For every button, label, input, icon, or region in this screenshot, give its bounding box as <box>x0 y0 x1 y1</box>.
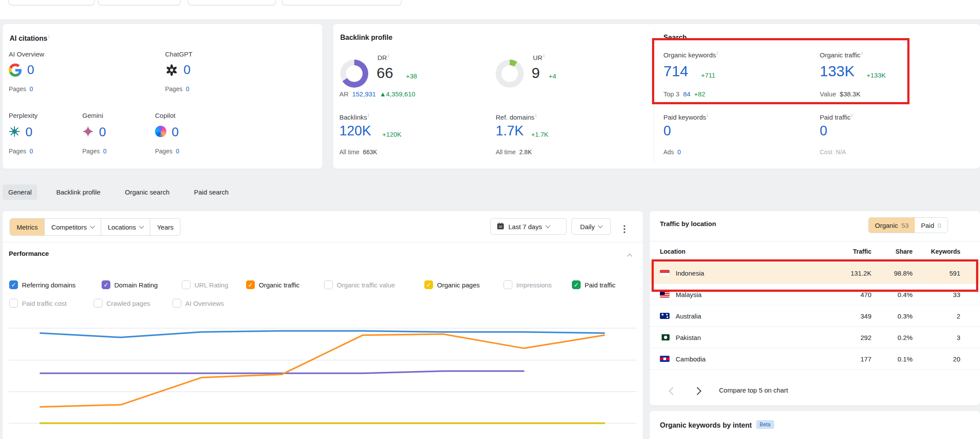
traffic-value: 131.2K <box>850 269 871 277</box>
share-value: 0.4% <box>898 291 913 298</box>
keywords-link[interactable]: 33 <box>953 291 960 298</box>
ai-overview-label: AI Overview <box>9 50 44 58</box>
organic-traffic-delta: +133K <box>867 71 886 79</box>
ur-donut-chart <box>496 60 524 88</box>
organic-paid-toggle: Organic53 Paid0 <box>868 217 948 233</box>
toggle-organic[interactable]: Organic53 <box>869 218 915 233</box>
info-icon[interactable]: i <box>707 113 708 118</box>
top-bar <box>0 0 980 19</box>
ai-overview-value[interactable]: 0 <box>27 63 34 77</box>
ai-overview-pages: Pages 0 <box>9 85 33 92</box>
gemini-value[interactable]: 0 <box>99 125 106 139</box>
top3-line: Top 3 84 +82 <box>663 90 705 98</box>
dr-delta: +38 <box>406 72 417 80</box>
perplexity-value[interactable]: 0 <box>25 125 32 139</box>
cambodia-flag-icon <box>660 356 670 362</box>
performance-card: Metrics Competitors Locations Years Last… <box>3 211 643 439</box>
top-input-4[interactable] <box>282 0 402 5</box>
copilot-value[interactable]: 0 <box>172 125 179 139</box>
location-row-australia[interactable]: Australia 349 0.3% 2 <box>650 305 980 327</box>
tab-organic-search[interactable]: Organic search <box>119 184 175 200</box>
malaysia-flag-icon <box>660 291 670 297</box>
tab-general[interactable]: General <box>3 184 37 200</box>
share-value: 0.1% <box>898 355 913 363</box>
info-icon[interactable]: i <box>861 50 862 56</box>
copilot-label: Copilot <box>155 112 176 119</box>
cost-line: Cost N/A <box>820 149 846 156</box>
gemini-pages: Pages 0 <box>82 148 106 155</box>
ref-domains-alltime: All time 2.8K <box>496 149 532 156</box>
chatgpt-label: ChatGPT <box>165 50 193 58</box>
chart-line-domain-rating <box>40 371 524 373</box>
australia-flag-icon <box>660 313 670 319</box>
organic-keywords-label: Organic keywordsi <box>663 50 718 59</box>
traffic-by-location-card: Traffic by location Organic53 Paid0 Loca… <box>650 211 980 405</box>
top-input-2[interactable] <box>98 0 181 5</box>
keywords-link[interactable]: 2 <box>957 312 960 320</box>
location-row-pakistan[interactable]: Pakistan 292 0.2% 3 <box>650 327 980 348</box>
copilot-icon <box>155 126 166 137</box>
section-divider <box>654 30 654 162</box>
info-icon[interactable]: i <box>388 53 389 58</box>
ref-domains-value[interactable]: 1.7K <box>496 123 524 139</box>
organic-keywords-delta: +711 <box>701 71 716 79</box>
prev-page-chevron-icon[interactable] <box>669 387 677 395</box>
toggle-paid[interactable]: Paid0 <box>915 218 947 233</box>
keywords-by-intent-card: Organic keywords by intentBeta <box>650 411 980 439</box>
backlink-profile-title: Backlink profile <box>340 34 392 42</box>
perplexity-icon <box>9 126 20 139</box>
pakistan-flag-icon <box>660 334 670 340</box>
paid-keywords-value[interactable]: 0 <box>663 123 671 139</box>
paid-traffic-label: Paid traffici <box>820 113 853 121</box>
ref-domains-label: Ref. domainsi <box>496 113 536 121</box>
organic-keywords-value[interactable]: 714 <box>663 63 688 80</box>
column-header-share: Share <box>895 248 913 255</box>
backlinks-value[interactable]: 120K <box>339 123 371 139</box>
top-input-3[interactable] <box>188 0 276 5</box>
info-icon[interactable]: i <box>368 113 369 118</box>
info-icon[interactable]: i <box>543 53 544 58</box>
chart-line-referring-domains <box>40 331 604 337</box>
keywords-link[interactable]: 591 <box>949 269 960 277</box>
location-row-cambodia[interactable]: Cambodia 177 0.1% 20 <box>650 348 980 370</box>
info-icon[interactable]: i <box>535 113 536 118</box>
column-header-keywords: Keywords <box>931 248 960 255</box>
ref-domains-delta: +1.7K <box>531 131 549 138</box>
dr-label: DRi <box>377 53 389 61</box>
info-icon[interactable]: i <box>717 50 718 56</box>
location-row-indonesia[interactable]: Indonesia 131.2K 98.8% 591 <box>650 262 980 284</box>
backlinks-alltime: All time 663K <box>339 149 377 156</box>
traffic-by-location-title: Traffic by location <box>660 220 716 227</box>
next-page-chevron-icon[interactable] <box>693 387 701 395</box>
info-icon[interactable]: i <box>48 34 49 39</box>
organic-traffic-value[interactable]: 133K <box>820 63 854 80</box>
keywords-link[interactable]: 20 <box>953 355 960 363</box>
gemini-icon <box>82 126 94 139</box>
traffic-value: 470 <box>860 291 871 298</box>
compare-top5-link[interactable]: Compare top 5 on chart <box>719 386 788 394</box>
traffic-value: 177 <box>860 355 871 363</box>
location-row-malaysia[interactable]: Malaysia 470 0.4% 33 <box>650 284 980 305</box>
intent-title: Organic keywords by intentBeta <box>660 421 774 429</box>
info-icon[interactable]: i <box>852 113 853 118</box>
backlink-search-card: Backlink profile DRi 66 +38 AR 152,931 ▲… <box>333 24 980 169</box>
domain-overview-page: AI citationsi AI Overview 0 Pages 0 Chat… <box>0 0 980 439</box>
organic-traffic-label: Organic traffici <box>820 50 863 59</box>
tab-backlink-profile[interactable]: Backlink profile <box>50 184 106 200</box>
chatgpt-value[interactable]: 0 <box>183 63 190 77</box>
gemini-label: Gemini <box>82 112 103 119</box>
indonesia-flag-icon <box>660 270 670 276</box>
ur-value: 9 <box>532 64 540 81</box>
traffic-value: 292 <box>860 334 871 341</box>
share-value: 0.2% <box>898 334 913 341</box>
ads-line: Ads 0 <box>663 149 681 156</box>
perplexity-pages: Pages 0 <box>9 148 33 155</box>
keywords-link[interactable]: 3 <box>957 334 960 341</box>
paid-keywords-label: Paid keywordsi <box>663 113 708 121</box>
performance-line-chart[interactable] <box>3 211 643 439</box>
top-input-1[interactable] <box>8 0 95 5</box>
paid-traffic-value[interactable]: 0 <box>820 123 827 139</box>
ai-citations-title: AI citationsi <box>10 34 49 42</box>
column-header-location: Location <box>660 248 685 255</box>
tab-paid-search[interactable]: Paid search <box>188 184 234 200</box>
